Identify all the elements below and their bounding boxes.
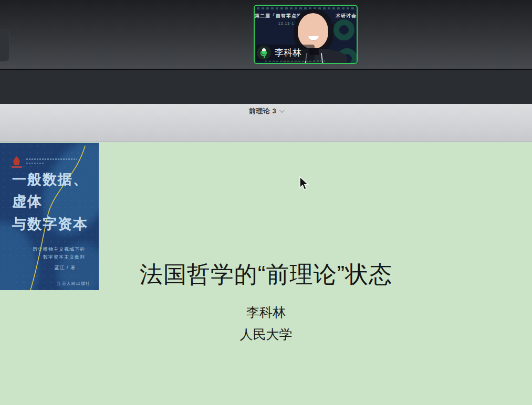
document-title-text: 前理论 3 <box>249 107 276 115</box>
screen: 第二届「自有零点的政术研讨会 12.13-12. 李科林 前理论 3 <box>0 0 532 405</box>
participant-name: 李科林 <box>275 47 301 59</box>
backdrop-ring-decoration <box>333 19 354 40</box>
slide-title[interactable]: 法国哲学的“前理论”状态 <box>0 259 532 290</box>
book-title-line: 与数字资本 <box>12 215 88 233</box>
background-window-band <box>0 70 532 104</box>
series-fine-text <box>26 158 77 160</box>
book-title-line: 虚体 <box>12 192 43 211</box>
participant-name-pill: 李科林 <box>256 45 315 61</box>
mouse-cursor <box>299 176 310 192</box>
slide-affiliation[interactable]: 人民大学 <box>0 326 532 343</box>
microphone-icon <box>257 46 271 60</box>
left-edge-panel <box>0 29 9 61</box>
slide-author[interactable]: 李科林 <box>0 304 532 321</box>
chevron-down-icon <box>279 108 285 113</box>
book-title-line: 一般数据、 <box>12 170 88 189</box>
series-fine-text <box>26 163 44 164</box>
window-title[interactable]: 前理论 3 <box>0 106 532 116</box>
slide-canvas[interactable]: 一般数据、 虚体 与数字资本 历史唯物主义视域下的 数字资本主义批判 蓝江 / … <box>0 142 532 405</box>
video-frame: 第二届「自有零点的政术研讨会 12.13-12. 李科林 <box>255 6 357 63</box>
book-subtitle-line: 历史唯物主义视域下的 <box>33 246 85 253</box>
publisher-logo-text <box>12 166 22 168</box>
keynote-toolbar: 前理论 3 + 添加幻灯片 播放 Keynote 直播 <box>0 104 532 142</box>
participant-face <box>298 13 328 49</box>
video-call-thumbnail[interactable]: 第二届「自有零点的政术研讨会 12.13-12. 李科林 <box>254 5 358 64</box>
banner-right-text: 术研讨会 <box>336 13 357 18</box>
backdrop-fine-text <box>257 7 354 9</box>
